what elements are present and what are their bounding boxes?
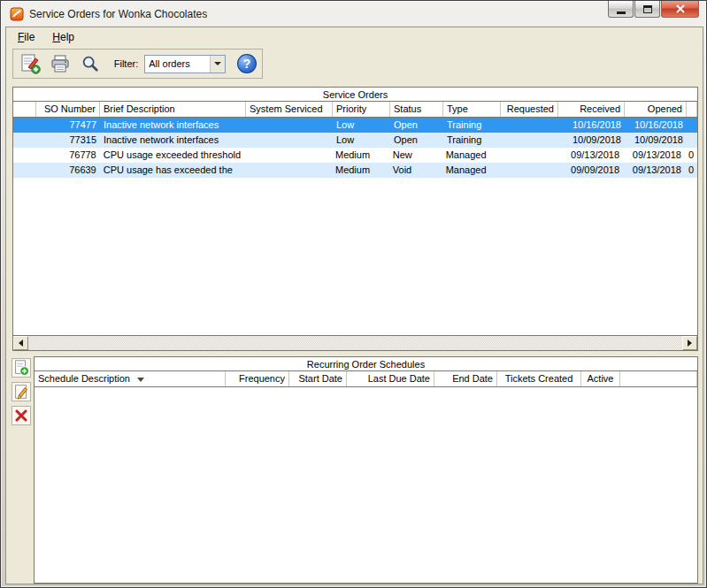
cell — [246, 118, 333, 133]
cell — [246, 133, 333, 148]
column-header-label: Last Due Date — [368, 373, 430, 384]
cell — [499, 163, 557, 178]
column-header-label: Received — [580, 103, 620, 114]
arrow-right-icon — [688, 340, 692, 347]
cell: 0 — [685, 163, 697, 178]
menu-file[interactable]: File — [12, 29, 40, 45]
column-header[interactable]: Schedule Description — [35, 371, 226, 386]
new-service-order-button[interactable] — [19, 52, 42, 76]
column-header[interactable]: Priority — [333, 102, 390, 117]
horizontal-scrollbar[interactable] — [13, 335, 697, 350]
cell: 77477 — [36, 118, 100, 133]
cell: Open — [390, 118, 443, 133]
cell: Training — [443, 133, 501, 148]
toolbar: Filter: All orders ? — [12, 49, 263, 79]
order-form-icon — [19, 53, 41, 74]
app-window: Service Orders for Wonka Chocolates File… — [0, 0, 707, 588]
column-header[interactable]: Brief Description — [100, 102, 246, 117]
recurring-body — [35, 387, 697, 582]
column-header[interactable]: End Date — [434, 371, 497, 386]
column-header[interactable] — [13, 102, 36, 117]
print-button[interactable] — [49, 52, 73, 76]
cell: CPU usage exceeded threshold — [100, 148, 246, 163]
cell — [13, 148, 36, 163]
arrow-left-icon — [19, 340, 23, 347]
add-schedule-button[interactable] — [12, 358, 31, 378]
preview-button[interactable] — [79, 52, 103, 76]
caption-buttons — [607, 1, 699, 18]
scrollbar-track[interactable] — [28, 336, 682, 350]
close-icon — [675, 4, 686, 13]
column-header[interactable]: Requested — [501, 102, 558, 117]
column-header[interactable]: Tickets Created — [497, 371, 581, 386]
cell — [245, 163, 332, 178]
cell — [13, 163, 36, 178]
cell: Inactive network interfaces — [100, 118, 246, 133]
cell: Managed — [442, 148, 500, 163]
cell: 09/13/2018 — [623, 163, 685, 178]
cell — [245, 148, 332, 163]
menu-bar: File Help — [6, 27, 703, 47]
magnifier-icon — [81, 54, 100, 73]
service-order-row[interactable]: 76778CPU usage exceeded thresholdMediumN… — [13, 148, 697, 163]
schedule-actions — [12, 358, 31, 425]
column-header[interactable]: System Serviced — [246, 102, 333, 117]
cell: Low — [333, 133, 390, 148]
column-header-label: Tickets Created — [505, 373, 573, 384]
scroll-right-button[interactable] — [682, 336, 697, 350]
menu-help[interactable]: Help — [47, 29, 80, 45]
cell: Medium — [332, 163, 389, 178]
cell: Inactive network interfaces — [100, 133, 246, 148]
column-header[interactable] — [620, 371, 697, 386]
cell: Managed — [442, 163, 500, 178]
column-header-label: System Serviced — [250, 103, 323, 114]
minimize-icon — [617, 11, 626, 14]
column-header-label: Schedule Description — [38, 373, 130, 384]
column-header[interactable]: Active — [581, 371, 620, 386]
window-title: Service Orders for Wonka Chocolates — [29, 8, 699, 20]
cell — [13, 133, 36, 148]
cell — [501, 118, 558, 133]
cell — [687, 118, 697, 133]
cell: 09/13/2018 — [557, 148, 623, 163]
minimize-button[interactable] — [608, 1, 634, 18]
chevron-down-icon[interactable] — [210, 56, 225, 73]
column-header[interactable]: Last Due Date — [347, 371, 434, 386]
cell: New — [389, 148, 442, 163]
cell: 10/09/2018 — [625, 133, 687, 148]
edit-schedule-button[interactable] — [12, 382, 31, 401]
title-bar[interactable]: Service Orders for Wonka Chocolates — [1, 1, 706, 27]
service-orders-header: SO NumberBrief DescriptionSystem Service… — [13, 102, 697, 118]
column-header[interactable]: Status — [390, 102, 443, 117]
column-header-label: End Date — [452, 373, 493, 384]
column-header[interactable]: SO Number — [36, 102, 100, 117]
column-header[interactable]: Frequency — [226, 371, 289, 386]
recurring-header: Schedule DescriptionFrequencyStart DateL… — [35, 371, 697, 387]
column-header-label: Active — [588, 373, 614, 384]
cell: CPU usage has exceeded the — [100, 163, 246, 178]
delete-schedule-button[interactable] — [12, 406, 31, 425]
scroll-left-button[interactable] — [13, 336, 28, 350]
service-orders-title: Service Orders — [13, 88, 697, 102]
maximize-button[interactable] — [634, 1, 660, 18]
help-button[interactable]: ? — [237, 54, 257, 73]
column-header[interactable]: Start Date — [289, 371, 347, 386]
column-header-label: Priority — [336, 103, 366, 114]
service-order-row[interactable]: 77315Inactive network interfacesLowOpenT… — [13, 133, 697, 148]
column-header[interactable]: Type — [443, 102, 501, 117]
service-order-row[interactable]: 77477Inactive network interfacesLowOpenT… — [13, 118, 697, 133]
cell: Void — [389, 163, 442, 178]
service-orders-body: 77477Inactive network interfacesLowOpenT… — [13, 118, 697, 333]
cell: Low — [333, 118, 390, 133]
column-header[interactable] — [687, 102, 697, 117]
column-header[interactable]: Received — [558, 102, 625, 117]
close-button[interactable] — [661, 1, 699, 18]
recurring-schedules-table: Recurring Order Schedules Schedule Descr… — [34, 356, 698, 584]
service-order-row[interactable]: 76639CPU usage has exceeded theMediumVoi… — [13, 163, 697, 178]
help-icon: ? — [243, 57, 251, 71]
cell: Open — [390, 133, 443, 148]
column-header-label: Type — [447, 103, 468, 114]
filter-dropdown[interactable]: All orders — [144, 55, 226, 73]
column-header[interactable]: Opened — [625, 102, 687, 117]
filter-value: All orders — [145, 56, 210, 73]
